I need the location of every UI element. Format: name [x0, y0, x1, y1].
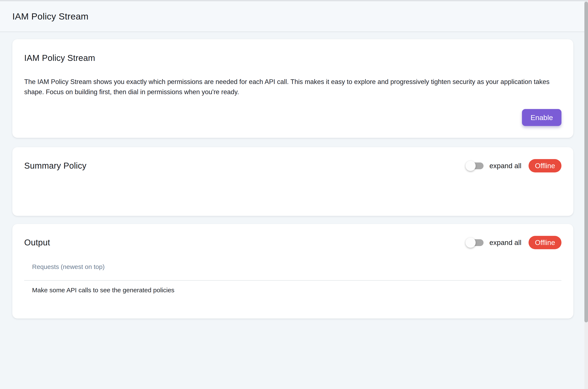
enable-button-row: Enable — [24, 109, 561, 126]
page-title: IAM Policy Stream — [12, 11, 89, 22]
summary-policy-title: Summary Policy — [24, 161, 86, 170]
summary-policy-controls: expand all Offline — [467, 159, 561, 172]
requests-heading: Requests (newest on top) — [32, 263, 561, 270]
enable-button[interactable]: Enable — [522, 109, 561, 126]
vertical-scrollbar-thumb[interactable] — [584, 2, 588, 323]
output-title: Output — [24, 238, 50, 247]
summary-policy-card: Summary Policy expand all Offline — [12, 147, 573, 216]
toggle-knob — [466, 161, 476, 171]
output-controls: expand all Offline — [467, 236, 561, 249]
requests-empty-message: Make some API calls to see the generated… — [32, 287, 561, 294]
summary-expand-all-toggle[interactable] — [467, 162, 483, 169]
summary-expand-all-label: expand all — [489, 162, 521, 170]
output-status-badge: Offline — [529, 236, 561, 249]
main-content: IAM Policy Stream The IAM Policy Stream … — [12, 32, 573, 319]
toggle-knob — [466, 238, 476, 248]
window-top-strip — [0, 0, 588, 1]
summary-status-badge: Offline — [529, 159, 561, 172]
requests-section: Requests (newest on top) Make some API c… — [24, 263, 561, 294]
output-card: Output expand all Offline Requests (newe… — [12, 224, 573, 319]
requests-divider — [24, 280, 561, 281]
vertical-scrollbar-track[interactable] — [584, 1, 588, 389]
output-expand-all-toggle[interactable] — [467, 239, 483, 246]
output-header-row: Output expand all Offline — [24, 236, 561, 249]
iam-policy-stream-card: IAM Policy Stream The IAM Policy Stream … — [12, 39, 573, 138]
iam-policy-stream-card-title: IAM Policy Stream — [24, 53, 561, 63]
page-header: IAM Policy Stream — [0, 1, 584, 32]
iam-policy-stream-description: The IAM Policy Stream shows you exactly … — [24, 77, 561, 97]
output-expand-all-label: expand all — [489, 239, 521, 247]
summary-policy-header-row: Summary Policy expand all Offline — [24, 159, 561, 172]
